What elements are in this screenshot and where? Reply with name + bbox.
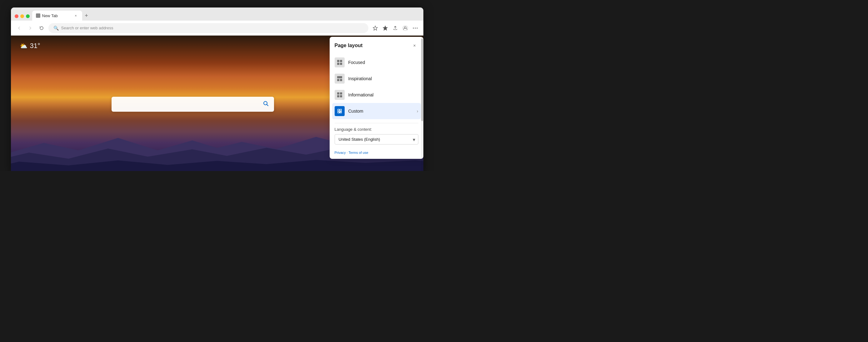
address-bar: 🔍 Search or enter web address (11, 21, 423, 36)
custom-icon (335, 106, 345, 116)
traffic-lights (13, 14, 32, 21)
tab-bar: New Tab × + (11, 7, 423, 21)
favorite-button[interactable] (371, 24, 380, 32)
svg-point-9 (415, 28, 415, 28)
svg-point-10 (416, 28, 417, 28)
focused-label: Focused (348, 60, 418, 65)
collections-button[interactable] (381, 24, 390, 32)
svg-point-8 (413, 28, 414, 28)
custom-chevron-icon: › (417, 109, 418, 113)
svg-marker-5 (383, 26, 388, 30)
informational-icon (335, 90, 345, 100)
svg-marker-4 (373, 26, 377, 30)
search-bar-icon: 🔍 (54, 26, 59, 31)
language-select-wrapper: United States (English) ▾ (335, 134, 418, 144)
browser-window: New Tab × + 🔍 Search or enter web addres… (11, 7, 423, 171)
inspirational-label: Inspirational (348, 76, 418, 81)
address-search-bar[interactable]: 🔍 Search or enter web address (49, 23, 368, 33)
page-layout-panel: Page layout × Focused (330, 37, 423, 159)
reload-button[interactable] (37, 24, 46, 32)
minimize-traffic-light[interactable] (20, 14, 24, 18)
svg-rect-12 (337, 60, 339, 62)
layout-option-inspirational[interactable]: Inspirational (332, 71, 421, 87)
panel-close-button[interactable]: × (411, 42, 418, 49)
svg-rect-17 (337, 79, 339, 81)
svg-rect-19 (337, 92, 339, 95)
privacy-link[interactable]: Privacy (335, 151, 346, 155)
maximize-traffic-light[interactable] (26, 14, 30, 18)
svg-rect-22 (340, 95, 342, 97)
more-button[interactable] (411, 24, 420, 32)
informational-label: Informational (348, 92, 418, 97)
weather-widget: ⛅ 31° (20, 42, 40, 50)
search-bar-placeholder: Search or enter web address (61, 26, 114, 30)
focused-icon (335, 58, 345, 67)
layout-option-custom[interactable]: Custom › (332, 103, 421, 119)
svg-rect-2 (36, 16, 38, 18)
back-button[interactable] (15, 24, 24, 32)
panel-header: Page layout × (330, 37, 423, 53)
tab-favicon (36, 13, 40, 18)
weather-temperature: 31° (30, 42, 40, 50)
toolbar-icons (371, 24, 420, 32)
center-search-icon (263, 100, 269, 108)
terms-link[interactable]: Terms of use (349, 151, 368, 155)
svg-rect-14 (337, 63, 339, 65)
language-select[interactable]: United States (English) (335, 134, 418, 144)
center-search (112, 97, 274, 112)
browser-scrollbar[interactable] (421, 36, 423, 171)
profile-button[interactable] (401, 24, 410, 32)
tab-title: New Tab (42, 13, 71, 18)
footer-links: Privacy · Terms of use (335, 151, 418, 155)
layout-option-focused[interactable]: Focused (332, 54, 421, 71)
custom-label: Custom (348, 109, 413, 113)
center-search-box[interactable] (112, 97, 274, 112)
footer-separator: · (346, 151, 349, 155)
svg-rect-18 (340, 79, 342, 81)
svg-rect-1 (38, 14, 40, 15)
center-search-input[interactable] (117, 102, 260, 107)
inspirational-icon (335, 74, 345, 83)
language-label: Language & content: (335, 127, 418, 132)
layout-options: Focused Inspirational (330, 53, 423, 121)
svg-rect-16 (337, 76, 342, 78)
main-content: ⛅ 31° Page (11, 36, 423, 171)
weather-icon: ⛅ (20, 42, 28, 49)
svg-rect-15 (340, 63, 342, 65)
svg-rect-3 (38, 16, 40, 18)
close-traffic-light[interactable] (15, 14, 19, 18)
new-tab-button[interactable]: + (82, 11, 91, 20)
panel-title: Page layout (335, 43, 363, 48)
panel-footer: Privacy · Terms of use (330, 148, 423, 159)
tab-close-button[interactable]: × (73, 13, 79, 18)
layout-option-informational[interactable]: Informational (332, 87, 421, 103)
language-section: Language & content: United States (Engli… (330, 126, 423, 148)
forward-button[interactable] (26, 24, 35, 32)
active-tab[interactable]: New Tab × (32, 11, 82, 21)
svg-rect-13 (340, 60, 342, 62)
svg-rect-21 (337, 95, 339, 97)
share-button[interactable] (391, 24, 400, 32)
svg-rect-0 (36, 14, 38, 15)
panel-divider (335, 123, 418, 123)
scrollbar-thumb (421, 39, 423, 121)
svg-rect-20 (340, 92, 342, 95)
